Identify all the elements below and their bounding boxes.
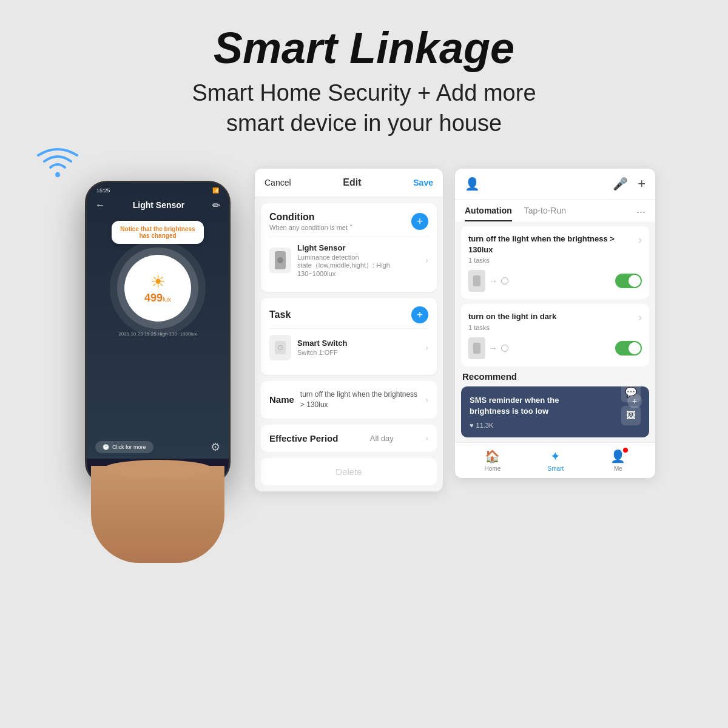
settings-icon[interactable]: ⚙ (211, 440, 220, 454)
task-device-icon (269, 335, 291, 360)
more-options-icon[interactable]: ··· (636, 206, 645, 221)
arrow-icon: → (489, 276, 497, 286)
nav-smart[interactable]: ✦ Smart (547, 449, 564, 472)
lux-value: 499lux (144, 292, 171, 305)
automation-item-2: turn on the light in dark 1 tasks › → (461, 304, 649, 366)
condition-item[interactable]: Light Sensor Luminance detection state（l… (269, 237, 428, 283)
nav-me[interactable]: 👤 Me (610, 449, 625, 472)
automation-item-1: turn off the light when the brightness >… (461, 226, 649, 299)
wifi-icon (33, 144, 82, 183)
svg-point-0 (55, 172, 60, 177)
recommend-card[interactable]: SMS reminder when the brightness is too … (461, 386, 649, 437)
effective-chevron-icon: › (425, 433, 428, 443)
toggle-1[interactable] (615, 274, 642, 288)
add-task-button[interactable]: + (411, 306, 428, 323)
user-icon[interactable]: 👤 (465, 177, 480, 191)
tab-tap-to-run[interactable]: Tap-to-Run (524, 206, 566, 221)
save-button[interactable]: Save (413, 178, 433, 187)
smart-icon: ✦ (550, 449, 561, 463)
condition-section: Condition When any condition is met ˅ + … (261, 203, 437, 292)
notice-bubble: Notice that the brightness has changed (112, 221, 203, 244)
effective-section[interactable]: Effective Period All day › (261, 425, 437, 452)
page-subtitle: Smart Home Security + Add more smart dev… (49, 78, 679, 138)
condition-text: Light Sensor Luminance detection state（l… (297, 243, 419, 277)
section-header: Condition When any condition is met ˅ + (269, 212, 428, 232)
dot-circle-2 (501, 345, 508, 352)
add-icon[interactable]: + (638, 176, 645, 192)
page-header: Smart Linkage Smart Home Security + Add … (0, 0, 728, 150)
delete-button[interactable]: Delete (261, 458, 437, 485)
dot-circle (501, 277, 508, 285)
automation-panel: 👤 🎤 + Automation Tap-to-Run ··· turn off… (455, 169, 655, 478)
task-section: Task + Smart Switch Switch 1:OFF › (261, 298, 437, 375)
task-chevron-icon: › (425, 343, 428, 352)
name-chevron-icon: › (425, 395, 428, 405)
edit-panel: Cancel Edit Save Condition When any cond… (255, 169, 443, 491)
phone-header: ← Light Sensor ✏ (87, 196, 229, 215)
phone-mockup: 15:25 📶 ← Light Sensor ✏ Notice that the… (73, 181, 243, 563)
item2-chevron-icon: › (638, 311, 642, 324)
phone-content: Notice that the brightness has changed ☀… (87, 215, 229, 433)
add-condition-button[interactable]: + (411, 213, 428, 230)
task-item[interactable]: Smart Switch Switch 1:OFF › (269, 328, 428, 366)
auto-header: 👤 🎤 + (455, 169, 655, 200)
recommend-section: Recommend SMS reminder when the brightne… (461, 371, 649, 437)
phone-screen: 15:25 📶 ← Light Sensor ✏ Notice that the… (87, 183, 229, 482)
cancel-button[interactable]: Cancel (265, 178, 291, 187)
condition-chevron-icon: › (425, 255, 428, 265)
task-header: Task + (269, 306, 428, 323)
task-text: Smart Switch Switch 1:OFF (297, 339, 419, 356)
tab-automation[interactable]: Automation (465, 206, 512, 221)
click-more-button[interactable]: 🕐 Click for more (95, 441, 153, 453)
edit-title: Edit (343, 177, 361, 188)
recommend-icons: 💬 🖼 (621, 386, 641, 425)
phone-body: 15:25 📶 ← Light Sensor ✏ Notice that the… (85, 181, 231, 484)
item1-chevron-icon: › (638, 234, 642, 246)
notification-badge (623, 448, 628, 453)
edit-icon[interactable]: ✏ (212, 200, 220, 211)
device-icon-2 (468, 337, 485, 359)
bottom-nav: 🏠 Home ✦ Smart 👤 Me (455, 442, 655, 478)
mic-icon[interactable]: 🎤 (613, 177, 628, 191)
edit-header: Cancel Edit Save (255, 169, 443, 197)
page-title: Smart Linkage (49, 24, 679, 72)
arrow-icon-2: → (489, 343, 497, 353)
phone-status-bar: 15:25 📶 (87, 183, 229, 196)
name-section: Name turn off the light when the brightn… (261, 381, 437, 419)
home-icon: 🏠 (485, 449, 500, 463)
main-content: 15:25 📶 ← Light Sensor ✏ Notice that the… (0, 150, 728, 581)
device-icon (468, 270, 485, 292)
phone-bottom-bar: 🕐 Click for more ⚙ (87, 436, 229, 459)
condition-device-icon (269, 248, 291, 273)
nav-home[interactable]: 🏠 Home (485, 449, 501, 472)
toggle-2[interactable] (615, 341, 642, 356)
auto-tabs: Automation Tap-to-Run ··· (455, 200, 655, 221)
lux-circle: ☀ 499lux (124, 255, 191, 322)
sun-icon: ☀ (150, 272, 166, 292)
back-icon[interactable]: ← (95, 200, 105, 211)
